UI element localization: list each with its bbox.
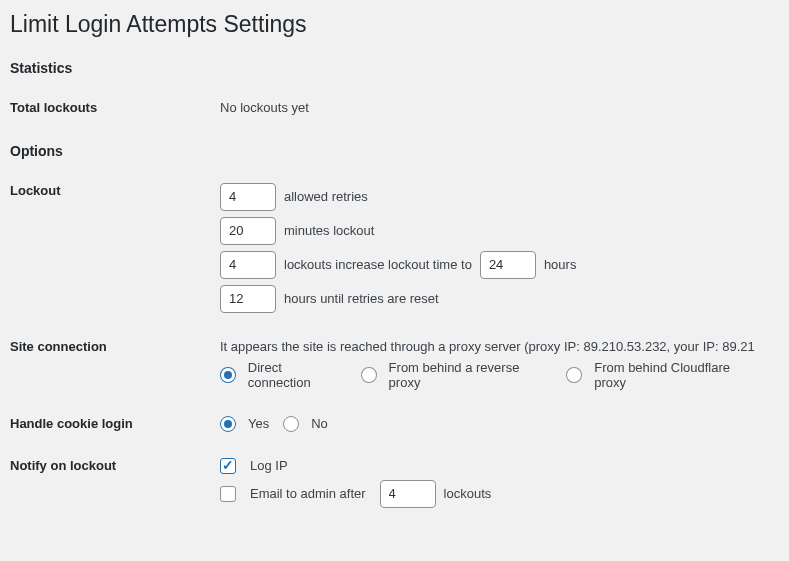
reset-hours-input[interactable] xyxy=(220,285,276,313)
reset-hours-text: hours until retries are reset xyxy=(284,291,439,306)
options-heading: Options xyxy=(10,143,769,159)
direct-connection-radio[interactable] xyxy=(220,367,236,383)
site-connection-label: Site connection xyxy=(10,333,220,410)
cloudflare-proxy-radio[interactable] xyxy=(566,367,582,383)
total-lockouts-label: Total lockouts xyxy=(10,94,220,135)
direct-connection-label: Direct connection xyxy=(248,360,347,390)
allowed-retries-text: allowed retries xyxy=(284,189,368,204)
lockouts-increase-text-after: hours xyxy=(544,257,577,272)
cookie-no-radio[interactable] xyxy=(283,416,299,432)
proxy-note: It appears the site is reached through a… xyxy=(220,339,769,354)
cookie-login-label: Handle cookie login xyxy=(10,410,220,452)
allowed-retries-input[interactable] xyxy=(220,183,276,211)
lockouts-increase-input[interactable] xyxy=(220,251,276,279)
options-table: Lockout allowed retries minutes lockout … xyxy=(10,177,769,528)
email-admin-count-input[interactable] xyxy=(380,480,436,508)
statistics-table: Total lockouts No lockouts yet xyxy=(10,94,769,135)
lockout-label: Lockout xyxy=(10,177,220,333)
log-ip-checkbox[interactable] xyxy=(220,458,236,474)
minutes-lockout-text: minutes lockout xyxy=(284,223,374,238)
email-admin-label-after: lockouts xyxy=(444,486,492,501)
email-admin-checkbox[interactable] xyxy=(220,486,236,502)
minutes-lockout-input[interactable] xyxy=(220,217,276,245)
email-admin-label-before: Email to admin after xyxy=(250,486,366,501)
cookie-yes-label: Yes xyxy=(248,416,269,431)
total-lockouts-value: No lockouts yet xyxy=(220,94,769,135)
cloudflare-proxy-label: From behind Cloudflare proxy xyxy=(594,360,763,390)
log-ip-label: Log IP xyxy=(250,458,288,473)
lockouts-increase-text-before: lockouts increase lockout time to xyxy=(284,257,472,272)
lockouts-increase-hours-input[interactable] xyxy=(480,251,536,279)
notify-lockout-label: Notify on lockout xyxy=(10,452,220,528)
cookie-yes-radio[interactable] xyxy=(220,416,236,432)
reverse-proxy-label: From behind a reverse proxy xyxy=(389,360,553,390)
cookie-no-label: No xyxy=(311,416,328,431)
statistics-heading: Statistics xyxy=(10,60,769,76)
reverse-proxy-radio[interactable] xyxy=(361,367,377,383)
page-title: Limit Login Attempts Settings xyxy=(10,10,769,40)
